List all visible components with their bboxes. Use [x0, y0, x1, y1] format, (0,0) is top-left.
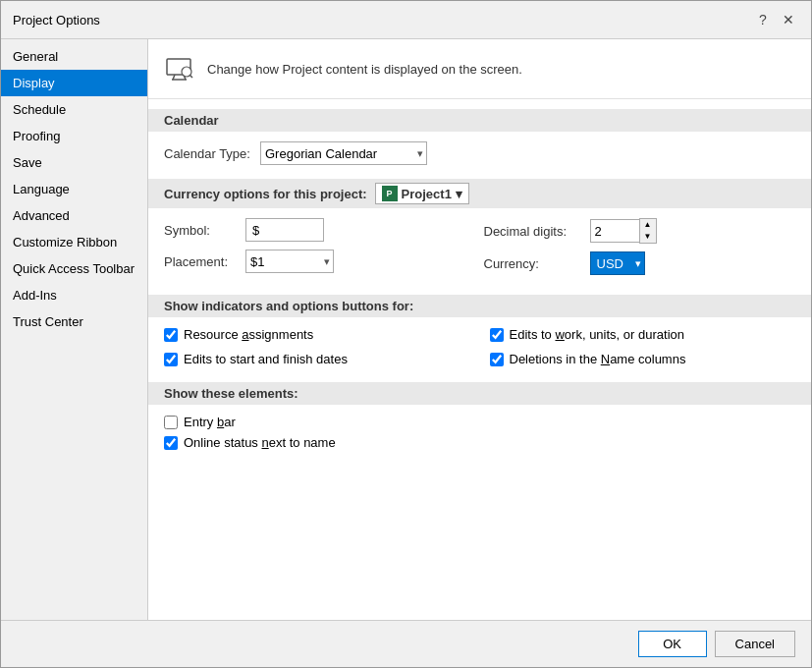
- resource-checkbox[interactable]: [164, 328, 178, 342]
- sidebar-item-add-ins[interactable]: Add-Ins: [1, 282, 147, 308]
- currency-fields-grid: Symbol: Placement: $1 1$: [164, 218, 795, 283]
- sidebar-item-display[interactable]: Display: [1, 70, 147, 96]
- edits-start-checkbox[interactable]: [164, 353, 178, 366]
- currency-section-label: Currency options for this project:: [164, 187, 367, 201]
- svg-line-5: [190, 76, 193, 79]
- sidebar-item-customize-ribbon[interactable]: Customize Ribbon: [1, 229, 147, 255]
- deletions-label: Deletions in the Name columns: [510, 352, 686, 366]
- placement-label: Placement:: [164, 254, 238, 269]
- entry-bar-label: Entry bar: [184, 415, 236, 429]
- sidebar-item-trust-center[interactable]: Trust Center: [1, 308, 147, 335]
- currency-select[interactable]: USD EUR GBP: [590, 251, 645, 275]
- checkbox-entry-bar: Entry bar: [164, 415, 795, 429]
- sidebar: General Display Schedule Proofing Save L…: [1, 39, 148, 620]
- calendar-type-select[interactable]: Gregorian Calendar: [260, 141, 427, 165]
- decimal-spin-up[interactable]: ▲: [640, 219, 656, 231]
- calendar-type-select-wrapper: Gregorian Calendar: [260, 141, 427, 165]
- checkbox-online-status: Online status next to name: [164, 435, 795, 450]
- currency-section-header: Currency options for this project: P Pro…: [148, 179, 811, 208]
- edits-work-label: Edits to work, units, or duration: [510, 327, 684, 342]
- checkbox-edits-work: Edits to work, units, or duration: [490, 327, 796, 342]
- online-status-label: Online status next to name: [184, 435, 336, 450]
- title-bar: Project Options ? ✕: [1, 1, 811, 39]
- sidebar-item-advanced[interactable]: Advanced: [1, 202, 147, 229]
- currency-select-wrapper: USD EUR GBP: [590, 251, 645, 275]
- project-selector[interactable]: P Project1 ▾: [375, 183, 469, 204]
- symbol-row: Symbol:: [164, 218, 476, 242]
- online-status-checkbox[interactable]: [164, 436, 178, 450]
- project-dropdown-arrow: ▾: [456, 187, 462, 201]
- elements-checkboxes: Entry bar Online status next to name: [164, 415, 795, 450]
- indicators-section-header: Show indicators and options buttons for:: [148, 295, 811, 317]
- edits-start-label: Edits to start and finish dates: [184, 352, 348, 366]
- currency-code-label: Currency:: [484, 256, 582, 271]
- indicators-grid: Resource assignments Edits to work, unit…: [164, 327, 795, 372]
- symbol-label: Symbol:: [164, 223, 238, 238]
- decimal-input[interactable]: [590, 219, 639, 243]
- sidebar-item-language[interactable]: Language: [1, 176, 147, 202]
- checkbox-deletions: Deletions in the Name columns: [490, 352, 796, 366]
- sidebar-item-save[interactable]: Save: [1, 149, 147, 176]
- calendar-section-header: Calendar: [148, 109, 811, 132]
- elements-section-header: Show these elements:: [148, 382, 811, 405]
- ok-button[interactable]: OK: [638, 631, 707, 657]
- symbol-input[interactable]: [245, 218, 324, 242]
- checkbox-edits-start: Edits to start and finish dates: [164, 352, 470, 366]
- placement-select-wrapper: $1 1$: [245, 250, 334, 273]
- deletions-checkbox[interactable]: [490, 353, 504, 366]
- help-button[interactable]: ?: [752, 9, 774, 30]
- decimal-row: Decimal digits: ▲ ▼: [484, 218, 796, 244]
- decimal-spinner: ▲ ▼: [590, 218, 657, 244]
- decimal-spin-down[interactable]: ▼: [640, 231, 656, 243]
- decimal-spin-buttons: ▲ ▼: [639, 218, 657, 244]
- header-description: Change how Project content is displayed …: [207, 62, 522, 77]
- sidebar-item-general[interactable]: General: [1, 43, 147, 70]
- sidebar-item-quick-access[interactable]: Quick Access Toolbar: [1, 255, 147, 282]
- entry-bar-checkbox[interactable]: [164, 416, 178, 429]
- dialog-body: General Display Schedule Proofing Save L…: [1, 39, 811, 620]
- sidebar-item-proofing[interactable]: Proofing: [1, 123, 147, 149]
- project-name: Project1: [402, 187, 452, 201]
- dialog-title: Project Options: [13, 13, 100, 28]
- resource-label: Resource assignments: [184, 327, 313, 342]
- cancel-button[interactable]: Cancel: [715, 631, 795, 657]
- display-icon: [164, 53, 195, 84]
- edits-work-checkbox[interactable]: [490, 328, 504, 342]
- currency-right: Decimal digits: ▲ ▼ Currency:: [484, 218, 796, 283]
- currency-left: Symbol: Placement: $1 1$: [164, 218, 476, 283]
- content-header: Change how Project content is displayed …: [148, 39, 811, 99]
- content-area: Calendar Calendar Type: Gregorian Calend…: [148, 99, 811, 620]
- placement-select[interactable]: $1 1$: [245, 250, 334, 273]
- placement-row: Placement: $1 1$: [164, 250, 476, 273]
- main-content: Change how Project content is displayed …: [148, 39, 811, 620]
- calendar-type-row: Calendar Type: Gregorian Calendar: [164, 141, 795, 165]
- checkbox-resource: Resource assignments: [164, 327, 470, 342]
- calendar-type-label: Calendar Type:: [164, 146, 252, 161]
- decimal-label: Decimal digits:: [484, 224, 582, 239]
- project-icon: P: [382, 186, 398, 201]
- close-button[interactable]: ✕: [778, 9, 799, 30]
- currency-row: Currency: USD EUR GBP: [484, 251, 796, 275]
- dialog-footer: OK Cancel: [1, 620, 811, 667]
- project-options-dialog: Project Options ? ✕ General Display Sche…: [0, 0, 812, 668]
- title-bar-controls: ? ✕: [752, 9, 799, 30]
- sidebar-item-schedule[interactable]: Schedule: [1, 96, 147, 123]
